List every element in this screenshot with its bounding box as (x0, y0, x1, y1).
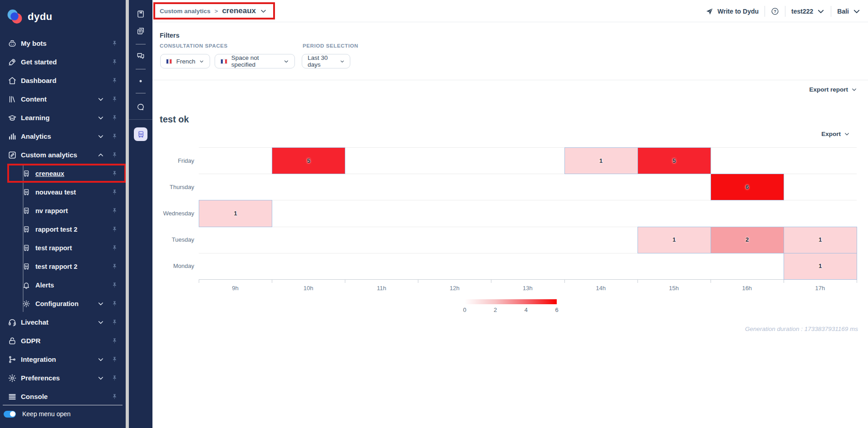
sidebar-item-test-rapport-2[interactable]: test rapport 2 (0, 257, 126, 276)
sidebar-item-my-bots[interactable]: My bots (0, 34, 126, 53)
help-button[interactable]: ? (771, 7, 779, 15)
svg-text:?: ? (774, 9, 776, 14)
sidebar-item-nv-rapport[interactable]: nv rapport (0, 201, 126, 220)
breadcrumb-parent[interactable]: Custom analytics (160, 8, 211, 15)
pin-icon[interactable] (111, 226, 118, 233)
france-flag-icon (221, 59, 227, 64)
chevron-up-icon[interactable] (97, 151, 104, 159)
consultation-spaces-label: CONSULTATION SPACES (160, 43, 228, 49)
sidebar-item-custom-analytics[interactable]: Custom analytics (0, 146, 126, 164)
account-label: test222 (791, 8, 813, 15)
dydu-logo[interactable]: dydu (6, 8, 53, 25)
sidebar-item-creneaux[interactable]: creneaux (0, 164, 126, 183)
sidebar-item-console[interactable]: Console (0, 387, 126, 406)
keep-menu-open-toggle[interactable] (4, 411, 16, 418)
bot-selector[interactable]: Bali (837, 7, 861, 15)
chevron-down-icon[interactable] (97, 133, 104, 140)
pin-icon[interactable] (111, 393, 118, 400)
dot-icon[interactable] (136, 77, 145, 86)
custom-report-icon-active[interactable] (134, 127, 147, 141)
heatmap-x-tick-label: 10h (304, 285, 314, 292)
sidebar-item-test-rapport[interactable]: test rapport (0, 238, 126, 257)
chevron-down-icon[interactable] (97, 114, 104, 122)
pin-icon[interactable] (111, 282, 118, 288)
heatmap-cell-tuesday-17h[interactable]: 1 (784, 227, 857, 253)
pin-icon[interactable] (111, 170, 118, 177)
chevron-down-icon[interactable] (97, 356, 104, 363)
pin-icon[interactable] (111, 151, 118, 158)
sidebar-item-label: Analytics (21, 132, 51, 140)
pin-icon[interactable] (111, 40, 118, 47)
books-icon (8, 95, 17, 104)
period-select[interactable]: Last 30 days (302, 54, 350, 68)
heatmap-legend-tick-label: 4 (525, 306, 528, 313)
sidebar-item-alerts[interactable]: Alerts (0, 276, 126, 294)
heatmap-cell-tuesday-16h[interactable]: 2 (711, 227, 784, 253)
chevron-down-icon[interactable] (97, 300, 104, 307)
sidebar-item-configuration[interactable]: Configuration (0, 294, 126, 313)
sidebar-item-nouveau-test[interactable]: nouveau test (0, 183, 126, 201)
heatmap-x-tick-label: 15h (669, 285, 679, 292)
account-menu[interactable]: test222 (791, 7, 825, 15)
export-button[interactable]: Export (821, 131, 850, 137)
heatmap-cell-thursday-16h[interactable]: 6 (711, 174, 784, 200)
heatmap-cell-friday-15h[interactable]: 5 (638, 147, 711, 174)
chat-bubble-icon[interactable] (136, 102, 145, 112)
sidebar-item-learning[interactable]: Learning (0, 108, 126, 127)
filters-heading: Filters (160, 32, 180, 39)
sidebar-item-label: GDPR (21, 337, 40, 345)
heatmap-cell-friday-14h[interactable]: 1 (564, 147, 638, 174)
sidebar-item-content[interactable]: Content (0, 90, 126, 108)
pin-icon[interactable] (111, 374, 118, 381)
pin-icon[interactable] (111, 96, 118, 102)
sidebar-item-analytics[interactable]: Analytics (0, 127, 126, 146)
pin-icon[interactable] (111, 263, 118, 270)
pin-icon[interactable] (111, 114, 118, 121)
pin-icon[interactable] (111, 319, 118, 326)
report-title: test ok (160, 114, 189, 125)
sidebar-item-integration[interactable]: Integration (0, 350, 126, 369)
pin-icon[interactable] (111, 356, 118, 363)
heatmap-row-label: Friday (152, 147, 194, 174)
lock-icon (8, 336, 17, 345)
sidebar-item-label: Livechat (21, 318, 49, 326)
sidebar-item-get-started[interactable]: Get started (0, 53, 126, 71)
rail-divider (136, 69, 146, 69)
chevron-down-icon (844, 131, 850, 137)
heatmap-cell-wednesday-9h[interactable]: 1 (199, 200, 272, 227)
pin-icon[interactable] (111, 77, 118, 84)
heatmap-cell-monday-17h[interactable]: 1 (784, 253, 857, 280)
pin-icon[interactable] (111, 337, 118, 344)
sidebar-item-gdpr[interactable]: GDPR (0, 331, 126, 350)
divider (765, 6, 765, 17)
language-select[interactable]: French (160, 54, 210, 68)
text-frame-icon[interactable] (136, 26, 145, 35)
write-to-dydu-button[interactable]: Write to Dydu (706, 7, 759, 15)
chevron-down-icon[interactable] (97, 319, 104, 326)
breadcrumb-current[interactable]: creneaux (222, 6, 256, 15)
pin-icon[interactable] (111, 300, 118, 307)
sidebar-item-dashboard[interactable]: Dashboard (0, 71, 126, 90)
chevron-down-icon[interactable] (97, 96, 104, 103)
space-select[interactable]: Space not specified (215, 54, 295, 68)
heatmap-cell-friday-10h[interactable]: 5 (272, 147, 345, 174)
save-book-icon[interactable] (136, 10, 145, 19)
report-icon (22, 244, 30, 252)
sidebar-scrollbar[interactable] (126, 0, 129, 428)
heatmap-axis-tick (345, 279, 345, 283)
heatmap-cell-tuesday-15h[interactable]: 1 (638, 227, 711, 253)
pin-icon[interactable] (111, 189, 118, 195)
chat-duplicate-icon[interactable] (136, 51, 145, 60)
pin-icon[interactable] (111, 133, 118, 140)
heatmap-x-tick-label: 13h (523, 285, 533, 292)
sidebar-item-rapport-test-2[interactable]: rapport test 2 (0, 220, 126, 238)
pin-icon[interactable] (111, 244, 118, 251)
pin-icon[interactable] (111, 207, 118, 214)
pin-icon[interactable] (111, 58, 118, 65)
chevron-down-icon[interactable] (97, 374, 104, 382)
sidebar-item-preferences[interactable]: Preferences (0, 369, 126, 387)
chevron-down-icon[interactable] (260, 8, 267, 15)
sidebar-item-livechat[interactable]: Livechat (0, 313, 126, 331)
export-label: Export (821, 131, 841, 137)
export-report-button[interactable]: Export report (809, 86, 857, 93)
